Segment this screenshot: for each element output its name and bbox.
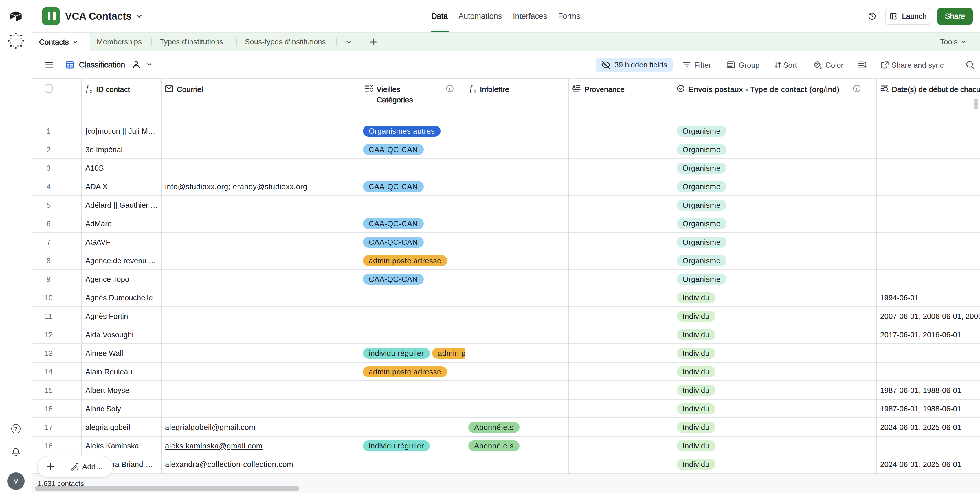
svg-text:f: f <box>86 84 89 93</box>
svg-text:x: x <box>474 89 476 93</box>
svg-text:x: x <box>90 89 92 93</box>
svg-text:f: f <box>470 84 473 93</box>
